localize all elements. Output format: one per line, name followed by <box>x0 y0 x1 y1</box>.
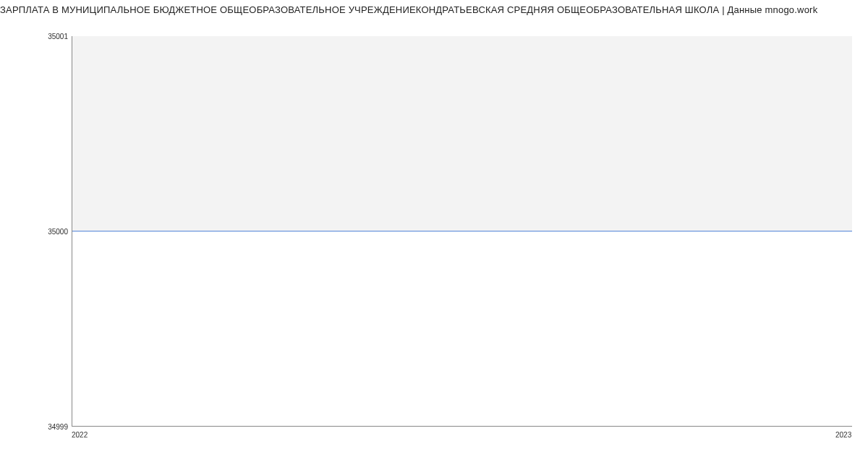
data-line <box>72 231 852 231</box>
plot-area <box>72 36 852 427</box>
x-axis-tick-label: 2023 <box>835 431 851 439</box>
x-axis-tick-label: 2022 <box>72 431 88 439</box>
plot-background-lower <box>72 231 852 427</box>
chart-container: ЗАРПЛАТА В МУНИЦИПАЛЬНОЕ БЮДЖЕТНОЕ ОБЩЕО… <box>0 0 868 470</box>
chart-title: ЗАРПЛАТА В МУНИЦИПАЛЬНОЕ БЮДЖЕТНОЕ ОБЩЕО… <box>0 4 868 15</box>
y-axis-tick-label: 35000 <box>48 228 68 236</box>
y-axis-tick-label: 34999 <box>48 423 68 431</box>
y-axis-tick-label: 35001 <box>48 33 68 40</box>
plot-background-upper <box>72 36 852 231</box>
